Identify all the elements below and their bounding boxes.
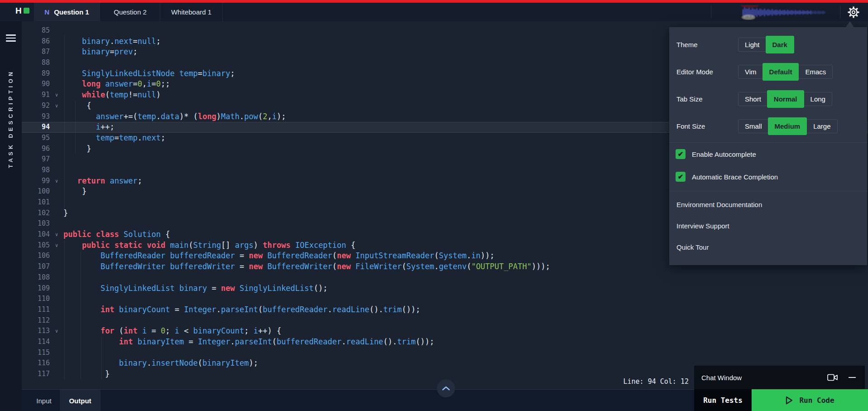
fold-spacer <box>50 218 63 229</box>
link-quick-tour[interactable]: Quick Tour <box>669 237 867 258</box>
fold-spacer <box>50 337 63 348</box>
line-number: 98 <box>22 165 50 176</box>
checkbox-automatic-brace-completion[interactable]: ✔ <box>676 172 686 182</box>
chat-window-header[interactable]: Chat Window <box>694 366 865 389</box>
settings-label: Theme <box>676 41 698 48</box>
link-environment-documentation[interactable]: Environment Documentation <box>669 194 867 215</box>
option-emacs[interactable]: Emacs <box>798 65 832 78</box>
fold-spacer <box>50 348 63 358</box>
settings-gear-icon[interactable] <box>847 6 860 19</box>
code-text: } <box>63 144 91 155</box>
settings-row-editor-mode: Editor ModeVimDefaultEmacs <box>669 58 867 85</box>
line-number: 114 <box>22 337 50 348</box>
settings-divider <box>669 191 867 191</box>
line-number: 111 <box>22 305 50 315</box>
line-number: 95 <box>22 133 50 144</box>
link-interview-support[interactable]: Interview Support <box>669 215 867 237</box>
fold-chevron-icon[interactable]: ∨ <box>50 176 63 187</box>
checkbox-enable-autocomplete[interactable]: ✔ <box>676 149 686 159</box>
task-description-label[interactable]: TASK DESCRIPTION <box>0 51 22 187</box>
cursor-position-status: Line: 94 Col: 12 <box>623 377 689 386</box>
checkbox-row: ✔Enable Autocomplete <box>669 143 867 165</box>
option-vim[interactable]: Vim <box>739 65 763 78</box>
code-text: binary.next=null; <box>63 36 161 47</box>
option-short[interactable]: Short <box>739 92 767 106</box>
option-normal[interactable]: Normal <box>767 90 804 108</box>
fold-spacer <box>50 58 63 68</box>
code-text: long answer=0,i=0;; <box>63 79 170 90</box>
fold-chevron-icon[interactable]: ∨ <box>50 229 63 240</box>
line-number: 94 <box>22 122 50 133</box>
settings-row-tab-size: Tab SizeShortNormalLong <box>669 85 867 112</box>
code-line-115[interactable]: 115 <box>22 348 868 358</box>
run-code-button[interactable]: Run Code <box>752 389 868 411</box>
line-number: 101 <box>22 197 50 208</box>
video-camera-icon[interactable] <box>827 374 839 382</box>
logo-green-square <box>24 8 29 14</box>
fold-chevron-icon[interactable]: ∨ <box>50 240 63 251</box>
tab-output[interactable]: Output <box>60 390 101 411</box>
code-line-114[interactable]: 114 int binaryItem = Integer.parseInt(bu… <box>22 337 868 348</box>
scroll-to-top-button[interactable] <box>437 379 455 397</box>
code-text: binary=prev; <box>63 47 138 58</box>
code-line-112[interactable]: 112 <box>22 315 868 326</box>
option-small[interactable]: Small <box>739 120 768 133</box>
fold-spacer <box>50 305 63 315</box>
fold-spacer <box>50 186 63 197</box>
tab-question-2[interactable]: Question 2 <box>100 3 160 21</box>
tab-input[interactable]: Input <box>28 390 60 411</box>
line-number: 86 <box>22 36 50 47</box>
code-line-110[interactable]: 110 <box>22 294 868 305</box>
code-text: } <box>63 186 86 197</box>
fold-chevron-icon[interactable]: ∨ <box>50 90 63 101</box>
settings-row-theme: ThemeLightDark <box>669 31 867 58</box>
tab-question-1[interactable]: N Question 1 <box>34 3 100 21</box>
new-badge: N <box>44 8 49 16</box>
line-number: 102 <box>22 208 50 219</box>
button-group: SmallMediumLarge <box>738 119 838 133</box>
option-large[interactable]: Large <box>806 120 837 133</box>
tab-label: Question 1 <box>54 8 89 16</box>
code-line-113[interactable]: 113∨ for (int i = 0; i < binaryCount; i+… <box>22 326 868 337</box>
option-dark[interactable]: Dark <box>766 36 794 53</box>
line-number: 87 <box>22 47 50 58</box>
fold-spacer <box>50 197 63 208</box>
fold-spacer <box>50 154 63 165</box>
code-line-109[interactable]: 109 SinglyLinkedList binary = new Singly… <box>22 283 868 294</box>
fold-spacer <box>50 294 63 305</box>
hamburger-menu-icon[interactable] <box>6 34 16 44</box>
fold-spacer <box>50 251 63 261</box>
settings-row-font-size: Font SizeSmallMediumLarge <box>669 112 867 140</box>
option-long[interactable]: Long <box>804 92 832 106</box>
line-number: 109 <box>22 283 50 294</box>
fold-spacer <box>50 283 63 294</box>
fold-spacer <box>50 47 63 58</box>
fold-chevron-icon[interactable]: ∨ <box>50 101 63 111</box>
line-number: 92 <box>22 101 50 111</box>
button-group: ShortNormalLong <box>738 92 832 106</box>
code-text: } <box>63 208 68 219</box>
option-default[interactable]: Default <box>762 63 799 81</box>
option-medium[interactable]: Medium <box>768 117 807 135</box>
run-tests-button[interactable]: Run Tests <box>694 389 752 411</box>
tab-whiteboard-1[interactable]: Whiteboard 1 <box>160 3 223 21</box>
minimize-icon[interactable] <box>849 377 856 378</box>
fold-spacer <box>50 25 63 36</box>
chevron-up-icon <box>442 386 450 391</box>
line-number: 90 <box>22 79 50 90</box>
tab-label: Question 2 <box>114 8 147 16</box>
fold-chevron-icon[interactable]: ∨ <box>50 326 63 337</box>
io-bottom-bar: Input Output <box>22 389 694 411</box>
fold-spacer <box>50 315 63 326</box>
topbar-divider <box>711 5 711 19</box>
line-number: 113 <box>22 326 50 337</box>
code-text: answer+=(temp.data)* (long)Math.pow(2,i)… <box>63 111 286 122</box>
option-light[interactable]: Light <box>739 38 766 51</box>
code-text: while(temp!=null) <box>63 90 161 101</box>
line-number: 108 <box>22 272 50 283</box>
code-line-111[interactable]: 111 int binaryCount = Integer.parseInt(b… <box>22 305 868 315</box>
code-line-108[interactable]: 108 <box>22 272 868 283</box>
code-text: BufferedWriter bufferedWriter = new Buff… <box>63 261 550 272</box>
line-number: 89 <box>22 68 50 79</box>
fold-spacer <box>50 144 63 155</box>
